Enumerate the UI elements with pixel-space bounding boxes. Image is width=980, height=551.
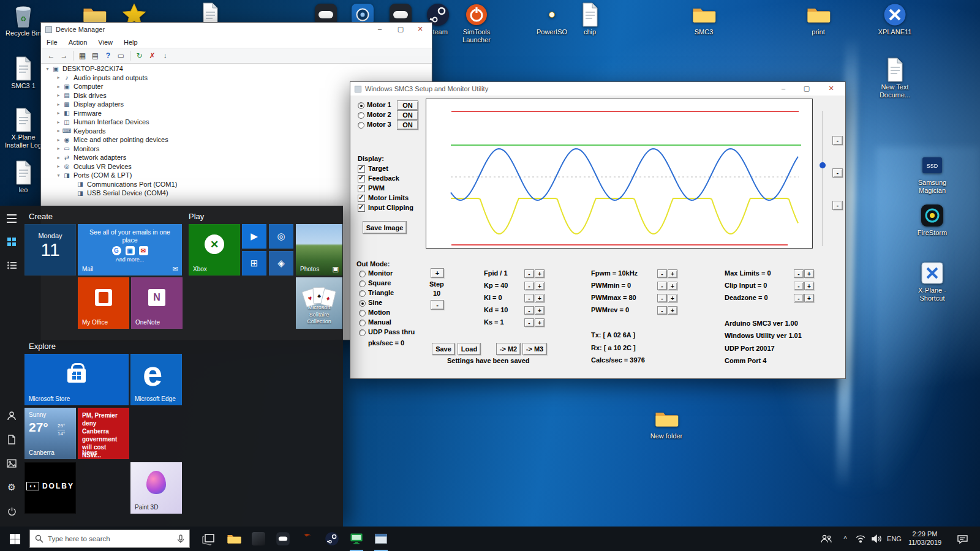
target-checkbox[interactable]: ✓ [358, 165, 365, 173]
menu-action[interactable]: Action [63, 39, 93, 46]
close-button[interactable]: ✕ [411, 23, 429, 35]
desktop-icon-new-text-document[interactable]: New Text Docume... [872, 58, 918, 99]
tile-solitaire[interactable]: ♥ ♠ ♦ Microsoft Solitaire Collection [296, 277, 342, 329]
tile-weather[interactable]: Sunny 27° 29°14° Canberra [24, 408, 76, 459]
desktop-icon-xplane11[interactable]: XPLANE11 [872, 2, 918, 36]
documents-icon[interactable] [0, 429, 23, 450]
ks-minus-button[interactable]: - [524, 318, 534, 327]
motor-3-on-button[interactable]: ON [397, 120, 418, 130]
tree-item-computer-root[interactable]: ▾▣DESKTOP-82CKI74 [42, 64, 431, 73]
menu-help[interactable]: Help [118, 39, 143, 46]
console-tree-icon[interactable]: ▦ [76, 50, 89, 62]
tile-paint-3d[interactable]: Paint 3D [130, 462, 182, 514]
action-center-icon[interactable] [953, 527, 971, 551]
step-plus-button[interactable]: + [431, 268, 444, 278]
tile-movies-tv[interactable]: ▶ [242, 224, 266, 249]
chevron-collapsed-icon[interactable]: ▸ [55, 163, 62, 169]
tile-onenote[interactable]: N OneNote [131, 277, 183, 329]
tile-photos[interactable]: Photos ▣ [296, 224, 342, 276]
desktop-icon-print[interactable]: print [795, 2, 842, 36]
chevron-collapsed-icon[interactable]: ▸ [55, 155, 62, 160]
pinned-tiles-icon[interactable] [0, 231, 23, 252]
chevron-collapsed-icon[interactable]: ▸ [55, 146, 62, 151]
pwmmax-minus-button[interactable]: - [657, 294, 667, 302]
ki-minus-button[interactable]: - [524, 294, 534, 302]
fpid-minus-button[interactable]: - [524, 269, 534, 278]
triangle-radio[interactable] [359, 290, 366, 297]
tile-calculator[interactable]: ⊞ [242, 251, 266, 276]
max-limits-plus-button[interactable]: + [804, 269, 814, 278]
chevron-collapsed-icon[interactable]: ▸ [55, 84, 62, 89]
chevron-collapsed-icon[interactable]: ▸ [55, 119, 62, 125]
menu-hamburger-icon[interactable] [0, 208, 23, 229]
pictures-icon[interactable] [0, 453, 23, 474]
tile-calendar[interactable]: Monday 11 [24, 224, 76, 276]
motion-radio[interactable] [359, 310, 366, 317]
tile-dolby[interactable]: ◖◗ DOLBY [24, 462, 76, 514]
language-indicator[interactable]: ENG [884, 527, 904, 551]
settings-icon[interactable]: ⚙ [0, 477, 23, 498]
all-apps-icon[interactable] [0, 255, 23, 276]
chevron-collapsed-icon[interactable]: ▸ [55, 92, 62, 98]
ki-plus-button[interactable]: + [535, 294, 545, 302]
desktop-icon-xplane-installer-log[interactable]: X-Plane Installer Log [0, 108, 47, 149]
scale-slider-thumb[interactable] [820, 162, 826, 168]
desktop-icon-smc3-folder[interactable]: SMC3 [680, 2, 727, 36]
chevron-collapsed-icon[interactable]: ▸ [55, 75, 62, 80]
pwmmin-plus-button[interactable]: + [668, 282, 677, 290]
desktop-icon-leo[interactable]: leo [0, 160, 47, 194]
kd-plus-button[interactable]: + [535, 306, 545, 315]
computer-list-icon[interactable]: ▭ [115, 50, 127, 62]
user-account-icon[interactable] [0, 405, 23, 426]
clip-input-plus-button[interactable]: + [804, 282, 814, 290]
taskbar-device-monitor[interactable] [344, 527, 369, 551]
tile-my-office[interactable]: My Office [78, 277, 129, 329]
pwm-checkbox[interactable]: ✓ [358, 185, 365, 192]
desktop-icon-xplane-shortcut[interactable]: X-Plane - Shortcut [909, 261, 956, 302]
chevron-collapsed-icon[interactable]: ▸ [55, 137, 62, 143]
tile-xbox[interactable]: ✕ Xbox [189, 224, 240, 276]
tile-maps[interactable]: ◈ [269, 251, 293, 276]
desktop-icon-smc3-1[interactable]: SMC3 1 [0, 56, 47, 90]
power-icon[interactable] [0, 501, 23, 522]
back-icon[interactable]: ← [45, 50, 58, 62]
motor-2-on-button[interactable]: ON [397, 110, 418, 120]
scale-button-2[interactable]: - [832, 168, 843, 178]
taskbar-smc3-utility[interactable] [369, 527, 393, 551]
menu-view[interactable]: View [92, 39, 118, 46]
menu-file[interactable]: File [41, 39, 63, 46]
monitor-radio[interactable] [359, 271, 366, 277]
tray-expand-chevron[interactable]: ^ [838, 527, 853, 551]
motor-3-radio[interactable] [358, 122, 364, 129]
uninstall-device-icon[interactable]: ✗ [146, 50, 159, 62]
clip-input-minus-button[interactable]: - [794, 282, 804, 290]
max-limits-minus-button[interactable]: - [794, 269, 804, 278]
minimize-button[interactable]: – [371, 23, 389, 35]
pwmmax-plus-button[interactable]: + [668, 294, 677, 302]
search-input[interactable]: Type here to search [29, 530, 190, 548]
chevron-collapsed-icon[interactable]: ▸ [55, 110, 62, 116]
update-driver-icon[interactable]: ↓ [159, 50, 172, 62]
udp-pass-thru-radio[interactable] [359, 329, 366, 336]
deadzone-minus-button[interactable]: - [794, 294, 804, 302]
help-icon[interactable]: ? [102, 50, 115, 62]
desktop-icon-samsung-magician[interactable]: Samsung Magician [909, 153, 956, 195]
sine-radio[interactable] [359, 300, 366, 307]
motor-limits-checkbox[interactable]: ✓ [358, 195, 365, 202]
square-radio[interactable] [359, 280, 366, 287]
tile-microsoft-store[interactable]: Microsoft Store [24, 354, 129, 405]
save-image-button[interactable]: Save Image [363, 221, 407, 234]
step-minus-button[interactable]: - [431, 300, 444, 310]
scan-hardware-icon[interactable]: ↻ [133, 50, 146, 62]
copy-to-m3-button[interactable]: -> M3 [522, 343, 547, 355]
motor-1-radio[interactable] [358, 102, 364, 109]
taskbar-file-explorer[interactable] [222, 527, 246, 551]
input-clipping-checkbox[interactable]: ✓ [358, 204, 365, 212]
minimize-button[interactable]: – [774, 83, 793, 94]
deadzone-plus-button[interactable]: + [804, 294, 814, 302]
tile-microsoft-edge[interactable]: e Microsoft Edge [130, 354, 182, 405]
microphone-icon[interactable] [177, 534, 184, 544]
taskbar-firefox[interactable] [295, 527, 320, 551]
tile-news[interactable]: PM, Premier deny Canberra government wil… [78, 408, 129, 459]
desktop-icon-recycle-bin[interactable]: Recycle Bin [0, 4, 47, 37]
